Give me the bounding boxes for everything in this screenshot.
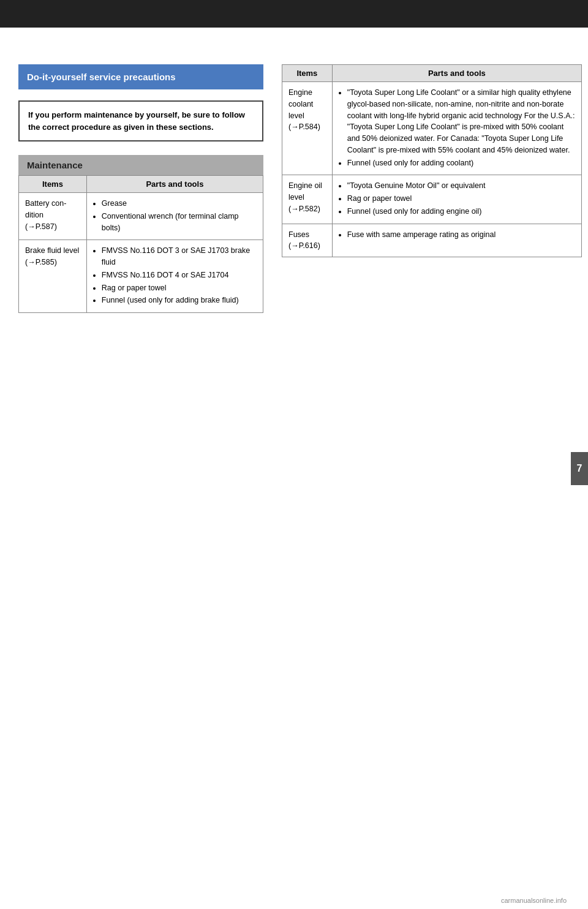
- maintenance-header: Maintenance: [18, 155, 263, 175]
- top-bar: [0, 0, 588, 28]
- section-header: Do-it-yourself service precautions: [18, 64, 263, 89]
- fuses-item: Fuses(→P.616): [282, 224, 333, 257]
- oil-parts: "Toyota Genuine Motor Oil" or equivalent…: [332, 175, 581, 224]
- info-box-text: If you perform maintenance by yourself, …: [28, 110, 245, 132]
- page-number-text: 7: [577, 463, 582, 473]
- table-row: Battery con­dition(→P.587) Grease Conven…: [19, 193, 263, 240]
- battery-parts: Grease Conventional wrench (for terminal…: [86, 193, 263, 240]
- left-col-parts: Parts and tools: [86, 176, 263, 193]
- watermark-text: carmanualsonline.info: [501, 897, 567, 904]
- list-item: Funnel (used only for adding engine oil): [347, 206, 575, 217]
- list-item: Funnel (used only for adding brake fluid…: [102, 295, 257, 306]
- list-item: "Toyota Genuine Motor Oil" or equivalent: [347, 180, 575, 192]
- fuses-parts: Fuse with same amperage rating as origin…: [332, 224, 581, 257]
- brake-parts: FMVSS No.116 DOT 3 or SAE J1703 brake fl…: [86, 240, 263, 313]
- left-table: Items Parts and tools Battery con­dition…: [18, 175, 263, 313]
- left-col-items: Items: [19, 176, 87, 193]
- list-item: FMVSS No.116 DOT 4 or SAE J1704: [102, 270, 257, 281]
- list-item: "Toyota Super Long Life Coolant" or a si…: [347, 87, 575, 156]
- watermark: carmanualsonline.info: [501, 897, 567, 904]
- section-header-text: Do-it-yourself service precautions: [27, 72, 176, 82]
- table-row: Engine oil level(→P.582) "Toyota Genuine…: [282, 175, 582, 224]
- right-col-items: Items: [282, 65, 333, 82]
- right-col-parts: Parts and tools: [332, 65, 581, 82]
- oil-item: Engine oil level(→P.582): [282, 175, 333, 224]
- list-item: FMVSS No.116 DOT 3 or SAE J1703 brake fl…: [102, 245, 257, 268]
- brake-item: Brake fluid level(→P.585): [19, 240, 87, 313]
- coolant-parts: "Toyota Super Long Life Coolant" or a si…: [332, 82, 581, 175]
- list-item: Rag or paper towel: [102, 282, 257, 294]
- table-row: Brake fluid level(→P.585) FMVSS No.116 D…: [19, 240, 263, 313]
- table-row: Engine cool­ant level(→P.584) "Toyota Su…: [282, 82, 582, 175]
- page-number: 7: [571, 452, 588, 485]
- list-item: Funnel (used only for adding coolant): [347, 157, 575, 169]
- list-item: Conventional wrench (for terminal clamp …: [102, 211, 257, 234]
- table-row: Fuses(→P.616) Fuse with same amperage ra…: [282, 224, 582, 257]
- right-column: Items Parts and tools Engine cool­ant le…: [276, 28, 588, 909]
- list-item: Grease: [102, 198, 257, 209]
- info-box: If you perform maintenance by yourself, …: [18, 100, 263, 141]
- right-table: Items Parts and tools Engine cool­ant le…: [282, 64, 582, 257]
- coolant-item: Engine cool­ant level(→P.584): [282, 82, 333, 175]
- left-column: Do-it-yourself service precautions If yo…: [0, 28, 276, 909]
- list-item: Rag or paper towel: [347, 193, 575, 205]
- maintenance-header-text: Maintenance: [27, 160, 83, 170]
- list-item: Fuse with same amperage rating as origin…: [347, 229, 575, 241]
- battery-item: Battery con­dition(→P.587): [19, 193, 87, 240]
